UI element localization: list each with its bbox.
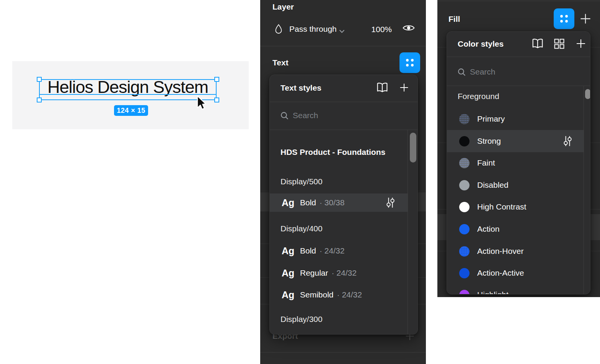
plus-icon [576,38,586,49]
mouse-cursor-icon [196,95,207,113]
selection-handle-sw[interactable] [37,98,42,102]
blend-mode-dropdown[interactable]: Pass through [271,21,351,37]
chevron-down-icon [339,28,345,35]
color-swatch [459,268,470,278]
selection-box [39,79,217,100]
properties-panel: Layer Pass through 100% [260,0,426,364]
text-section-title: Text [272,58,289,68]
color-style-name: Strong [477,136,501,146]
four-dot-style-icon [554,24,574,30]
text-styles-search-input[interactable] [293,109,385,122]
edit-style-button[interactable] [563,135,572,147]
open-book-library-icon[interactable] [377,82,388,94]
search-icon [280,111,289,122]
blend-mode-icon [274,24,283,36]
divider [270,130,417,130]
style-sample: Ag [282,245,300,257]
scrollbar-thumb[interactable] [585,89,590,99]
style-weight: Semibold [300,290,334,299]
style-size: · 24/32 [337,290,362,299]
style-group-label: Display/400 [280,224,323,233]
style-weight: Bold [300,246,316,255]
style-size: · 24/32 [320,246,344,255]
color-swatch [459,290,470,295]
scrollbar-track [408,130,408,335]
selection-handle-se[interactable] [214,98,219,102]
color-style-name: Action-Active [477,268,524,278]
color-style-name: Highlight [477,290,509,294]
search-icon [457,68,466,78]
scrollbar-thumb[interactable] [410,133,416,162]
color-style-row[interactable]: Faint [447,152,584,174]
add-color-style-button[interactable] [576,38,586,50]
divider [437,1,600,1]
add-fill-button[interactable] [579,13,592,26]
color-styles-toggle-button[interactable] [554,8,574,29]
sliders-icon [563,135,572,147]
color-style-row[interactable]: Action [447,218,584,240]
style-group-label: Display/300 [280,315,323,324]
grid-view-icon[interactable] [554,39,564,50]
color-styles-popup-title: Color styles [458,39,504,49]
text-style-row[interactable]: Ag Semibold · 24/32 [270,286,408,304]
selection-handle-ne[interactable] [214,77,219,82]
divider [447,86,590,86]
divider [270,102,417,102]
plus-icon [399,83,409,93]
color-style-name: Primary [477,114,505,123]
text-style-row[interactable]: Ag Regular · 24/32 [270,264,408,282]
color-style-name: High Contrast [477,202,526,211]
style-weight: Bold [300,198,316,207]
divider [260,46,426,46]
selection-handle-nw[interactable] [37,77,42,82]
text-style-row[interactable]: Ag Bold · 24/32 [270,242,408,260]
color-style-row[interactable]: High Contrast [447,196,584,218]
four-dot-style-icon [399,68,420,74]
color-group-header: Foreground [458,92,499,101]
text-styles-popup-title: Text styles [280,83,321,93]
open-book-library-icon[interactable] [532,38,543,50]
color-style-row[interactable]: Action-Active [447,262,584,284]
style-size: · 30/38 [320,198,344,207]
color-swatch [459,246,470,257]
color-swatch [459,114,470,124]
color-swatch [459,158,470,168]
layer-section-title: Layer [272,2,294,12]
color-swatch [459,202,470,212]
style-weight: Regular [300,268,328,278]
color-styles-search-input[interactable] [470,66,562,78]
text-styles-popup: Text styles HDS [269,75,418,335]
color-style-name: Action-Hover [477,247,523,256]
sliders-icon [386,197,395,208]
divider [447,57,590,57]
text-baseline-line [39,94,217,95]
text-styles-toggle-button[interactable] [399,52,420,73]
edit-style-button[interactable] [386,197,395,208]
color-style-row[interactable]: Primary [447,108,584,130]
color-style-row[interactable]: Action-Hover [447,240,584,262]
scrollbar-track [584,86,584,294]
style-size: · 24/32 [332,268,357,278]
color-style-name: Faint [477,158,495,167]
color-swatch [459,136,470,146]
color-style-name: Action [477,224,499,234]
eye-icon [403,27,415,33]
color-style-row[interactable]: Strong [447,130,584,152]
style-sample: Ag [282,268,300,279]
dimension-badge: 124 × 15 [114,105,148,116]
fill-panel: Fill Color styles [437,0,600,297]
style-group-label: Display/500 [280,177,323,186]
visibility-eye-button[interactable] [403,24,416,34]
color-style-row[interactable]: Disabled [447,174,584,196]
add-text-style-button[interactable] [399,83,409,94]
color-swatch [459,224,470,234]
fill-section-title: Fill [448,14,460,24]
color-styles-popup: Color styles [447,31,590,294]
color-style-name: Disabled [477,180,509,190]
style-sample: Ag [282,289,300,301]
style-sample: Ag [282,197,300,208]
library-header: HDS Product - Foundations [280,147,385,157]
color-style-row[interactable]: Highlight [447,284,584,294]
opacity-input[interactable]: 100% [370,24,392,34]
text-style-row[interactable]: Ag Bold · 30/38 [270,193,408,212]
